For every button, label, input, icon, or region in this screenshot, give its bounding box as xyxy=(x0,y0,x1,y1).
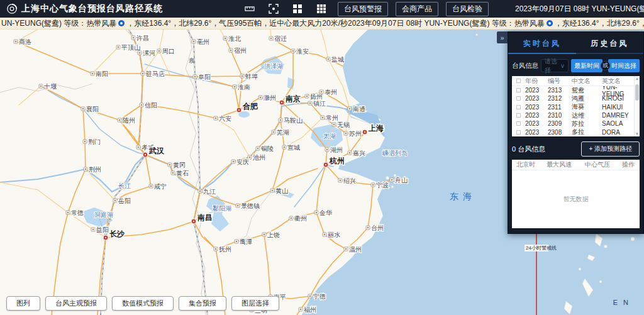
table-row[interactable]: 20232313鸳鸯YUN-YEUNG xyxy=(512,86,634,94)
city-label: 福州 xyxy=(304,306,316,313)
scroll-up-icon[interactable]: ▲ xyxy=(635,77,640,80)
capital-label: 武汉 xyxy=(148,146,165,155)
city-label: 荆州 xyxy=(89,166,101,173)
add-forecast-path-button[interactable]: + 添加预测路径 xyxy=(581,141,640,157)
city-label: 丽水 xyxy=(328,231,340,238)
map-canvas[interactable]: 24小时警戒线 太湖洪泽湖鄱阳湖洞庭湖长江嵊泗列岛东海京九线 商洛许昌平顶山漯河… xyxy=(0,30,644,315)
scrollbar-thumb[interactable] xyxy=(635,84,639,101)
typhoon-warning-button[interactable]: 台风预警报 xyxy=(338,2,388,16)
city-label: 亳州 xyxy=(197,38,209,45)
layer-select-button[interactable]: 图层选择 xyxy=(231,296,279,311)
typhoon-select[interactable]: 请选择 ∨ xyxy=(541,59,569,72)
scroll-down-icon[interactable]: ▼ xyxy=(635,132,640,136)
numerical-model-button[interactable]: 数值模式预报 xyxy=(112,296,174,311)
city-label: 宁波 xyxy=(376,182,389,189)
row-checkbox[interactable] xyxy=(516,88,521,92)
city-label: 金华 xyxy=(319,209,332,216)
tab-realtime-typhoon[interactable]: 实时台风 xyxy=(508,35,576,54)
topbar: 上海中心气象台预报台风路径系统 台风预警报 会商产品 台风检验 2023年09月… xyxy=(0,0,644,18)
table-cell: 多拉 xyxy=(572,128,602,136)
fullscreen-icon[interactable] xyxy=(269,4,279,14)
city-label: 六安 xyxy=(219,115,231,122)
water-label: 鄱阳湖 xyxy=(213,205,231,212)
grid-2x2-icon[interactable] xyxy=(292,4,303,14)
city-label: 景德镇 xyxy=(241,202,260,209)
capital-label: 杭州 xyxy=(329,157,345,165)
city-label: 黄冈 xyxy=(173,162,186,169)
row-checkbox[interactable] xyxy=(516,96,521,101)
capital-label: 南京 xyxy=(285,94,301,103)
table-cell: DAMREY xyxy=(602,112,634,119)
typhoon-logo-icon xyxy=(6,3,18,14)
table-scrollbar[interactable]: ▲ ▼ xyxy=(634,76,640,136)
latest-time-button[interactable]: 最新时间 xyxy=(571,59,602,72)
table-cell: 2312 xyxy=(548,95,572,102)
city-label: 平顶山 xyxy=(121,44,140,51)
table-cell: 鸿雁 xyxy=(572,94,602,103)
table-row[interactable]: 20232312鸿雁KIROGI xyxy=(512,94,634,102)
table-cell: 达维 xyxy=(572,111,602,120)
city-label: 宁德 xyxy=(313,293,326,300)
city-label: 抚州 xyxy=(218,246,231,253)
table-cell: 2023 xyxy=(525,87,548,94)
city-label: 宣城 xyxy=(287,144,300,151)
typhoon-verification-button[interactable]: 台风检验 xyxy=(446,2,489,16)
table-row[interactable]: 20232311海葵HAIKUI xyxy=(512,103,634,111)
table-cell: 2313 xyxy=(548,87,572,94)
chevron-down-icon: ∨ xyxy=(560,62,565,69)
row-checkbox[interactable] xyxy=(516,105,521,109)
city-label: 绍兴 xyxy=(343,177,356,184)
city-label: 南通 xyxy=(353,106,365,113)
city-label: 咸宁 xyxy=(154,183,167,190)
city-label: 南阳 xyxy=(96,70,108,77)
table-cell: DORA xyxy=(602,129,634,136)
tab-history-typhoon[interactable]: 历史台风 xyxy=(576,35,644,54)
consultation-product-button[interactable]: 会商产品 xyxy=(396,2,438,16)
table-cell: 2023 xyxy=(525,95,548,102)
water-label: 太湖 xyxy=(323,133,336,140)
measure-icon[interactable] xyxy=(245,4,255,14)
table-cell: SAOLA xyxy=(602,120,634,127)
city-label: 池州 xyxy=(253,154,265,161)
row-checkbox[interactable] xyxy=(516,113,521,118)
city-label: 蚌埠 xyxy=(245,73,258,80)
water-label: 洪泽湖 xyxy=(264,63,283,70)
sea-label: 东海 xyxy=(450,191,476,201)
city-label: 信阳 xyxy=(145,102,157,109)
row-checkbox[interactable] xyxy=(516,121,521,126)
language-toggle[interactable]: E N xyxy=(613,299,630,306)
row-checkbox[interactable] xyxy=(516,130,521,135)
city-label: 淮安 xyxy=(296,48,309,55)
city-label: 上饶 xyxy=(267,231,280,238)
tropical-storm-icon xyxy=(547,20,553,26)
table-row[interactable]: 20232310达维DAMREY xyxy=(512,111,634,119)
city-label: 常德 xyxy=(71,209,84,216)
city-label: 铜陵 xyxy=(261,145,274,152)
grid-3x3-icon[interactable] xyxy=(316,4,326,14)
city-label: 岳阳 xyxy=(118,197,131,204)
panel-collapse-button[interactable]: » xyxy=(497,31,508,43)
select-all-checkbox[interactable] xyxy=(516,79,521,83)
ensemble-forecast-button[interactable]: 集合预报 xyxy=(179,296,226,311)
city-label: 许昌 xyxy=(136,35,149,41)
table-cell: 2023 xyxy=(525,120,548,127)
city-label: 盐城 xyxy=(331,56,344,63)
city-label: 商洛 xyxy=(19,38,31,45)
city-label: 驻马店 xyxy=(145,70,165,77)
city-label: 阜阳 xyxy=(198,74,211,80)
capital-label: 南昌 xyxy=(197,213,213,222)
city-label: 芜湖 xyxy=(276,129,289,136)
city-label: 九江 xyxy=(203,188,216,195)
water-label: 长江 xyxy=(118,182,131,189)
forecast-detail-table: 北京时 最大风速 中心气压 操作 暂无数据 xyxy=(512,160,640,228)
capital-label: 合肥 xyxy=(242,102,258,111)
subjective-forecast-button[interactable]: 台风主观预报 xyxy=(45,296,107,311)
table-row[interactable]: 20232309苏拉SAOLA xyxy=(512,119,634,128)
city-label: 周口 xyxy=(162,48,175,55)
page-title: 上海中心气象台预报台风路径系统 xyxy=(21,3,163,14)
city-label: 安庆 xyxy=(236,158,249,165)
table-row[interactable]: 20232308多拉DORA xyxy=(512,128,634,136)
table-cell: 2311 xyxy=(548,104,572,111)
time-select-button[interactable]: 时间选择 xyxy=(608,59,640,72)
legend-button[interactable]: 图列 xyxy=(6,296,40,311)
